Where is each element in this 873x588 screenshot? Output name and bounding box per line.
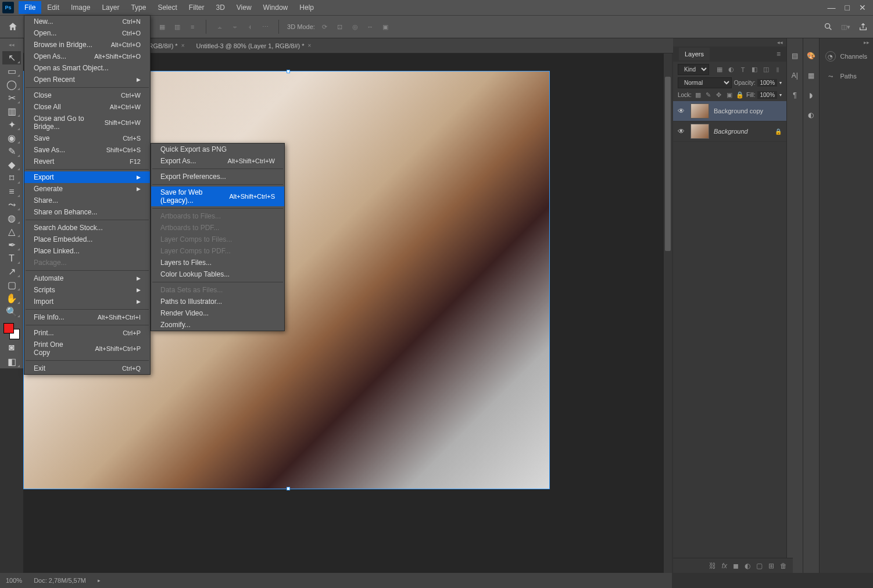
zoom-level[interactable]: 100% — [6, 577, 22, 584]
menu-item-export[interactable]: Export▶ — [24, 171, 150, 183]
menu-item-print[interactable]: Print...Ctrl+P — [24, 327, 150, 339]
collapse-icon[interactable]: ◂◂ — [9, 42, 15, 48]
tool-9[interactable]: ⌑ — [2, 171, 21, 185]
distribute-icon[interactable]: ≡ — [187, 21, 198, 32]
menu-layer[interactable]: Layer — [96, 1, 125, 14]
menu-item-close-and-go-to-bridge[interactable]: Close and Go to Bridge...Shift+Ctrl+W — [24, 113, 150, 132]
menu-item-import[interactable]: Import▶ — [24, 296, 150, 307]
menu-item-close-all[interactable]: Close AllAlt+Ctrl+W — [24, 101, 150, 113]
lock-artboard-icon[interactable]: ▣ — [725, 91, 734, 99]
transform-handle-top[interactable] — [287, 70, 290, 73]
menu-item-save-for-web-legacy[interactable]: Save for Web (Legacy)...Alt+Shift+Ctrl+S — [151, 187, 284, 206]
layer-name[interactable]: Background copy — [714, 107, 763, 114]
menu-item-zoomify[interactable]: Zoomify... — [151, 319, 284, 331]
menu-item-open-as[interactable]: Open As...Alt+Shift+Ctrl+O — [24, 51, 150, 62]
tool-3[interactable]: ✂ — [2, 91, 21, 105]
visibility-icon[interactable]: 👁 — [678, 107, 686, 115]
lock-all-icon[interactable]: 🔒 — [736, 91, 744, 99]
3d-slide-icon[interactable]: ↔ — [365, 21, 375, 32]
menu-image[interactable]: Image — [65, 1, 96, 14]
menu-item-new[interactable]: New...Ctrl+N — [24, 16, 150, 27]
filter-toggle-icon[interactable]: ▮ — [774, 66, 782, 74]
tool-5[interactable]: ✦ — [2, 118, 21, 131]
close-button[interactable]: ✕ — [859, 3, 866, 12]
tool-10[interactable]: ≡ — [2, 185, 21, 198]
document-tab[interactable]: Untitled-3 @ 80% (Layer 1, RGB/8#) *× — [191, 40, 317, 52]
scrollbar-thumb[interactable] — [665, 77, 671, 251]
menu-item-place-linked[interactable]: Place Linked... — [24, 245, 150, 257]
lock-transparency-icon[interactable]: ▩ — [694, 91, 702, 99]
status-arrow-icon[interactable]: ▸ — [98, 578, 101, 583]
menu-item-color-lookup-tables[interactable]: Color Lookup Tables... — [151, 268, 284, 280]
opacity-value[interactable]: 100% — [757, 79, 777, 87]
menu-item-print-one-copy[interactable]: Print One CopyAlt+Shift+Ctrl+P — [24, 339, 150, 358]
share-icon[interactable] — [858, 21, 868, 32]
tool-6[interactable]: ◉ — [2, 131, 21, 145]
layer-row[interactable]: 👁Background copy — [673, 101, 786, 121]
close-tab-icon[interactable]: × — [308, 42, 312, 49]
menu-item-export-as[interactable]: Export As...Alt+Shift+Ctrl+W — [151, 155, 284, 167]
align-right-icon[interactable]: ▥ — [172, 21, 183, 32]
menu-item-generate[interactable]: Generate▶ — [24, 183, 150, 195]
filter-shape-icon[interactable]: ◧ — [750, 66, 758, 74]
fill-dropdown-icon[interactable]: ▾ — [779, 92, 782, 98]
menu-help[interactable]: Help — [294, 1, 320, 14]
tool-2[interactable]: ◯ — [2, 78, 21, 91]
paths-button[interactable]: ⤳ Paths — [820, 66, 873, 86]
tool-14[interactable]: ✒ — [2, 238, 21, 252]
menu-filter[interactable]: Filter — [183, 1, 210, 14]
menu-item-browse-in-bridge[interactable]: Browse in Bridge...Alt+Ctrl+O — [24, 39, 150, 51]
menu-item-layers-to-files[interactable]: Layers to Files... — [151, 257, 284, 268]
channels-button[interactable]: ◔ Channels — [820, 46, 873, 66]
transform-handle-bottom[interactable] — [287, 487, 290, 490]
adjustments-icon[interactable]: ◗ — [805, 89, 817, 101]
menu-item-open-as-smart-object[interactable]: Open as Smart Object... — [24, 62, 150, 74]
filter-adjust-icon[interactable]: ◐ — [727, 66, 735, 74]
tool-0[interactable]: ↖ — [2, 51, 21, 64]
color-swatch[interactable] — [3, 323, 20, 339]
menu-select[interactable]: Select — [152, 1, 183, 14]
lock-position-icon[interactable]: ✥ — [715, 91, 723, 99]
tool-11[interactable]: ⤳ — [2, 198, 21, 211]
tool-12[interactable]: ◍ — [2, 211, 21, 225]
adjustment-layer-icon[interactable]: ◐ — [745, 562, 750, 570]
tool-13[interactable]: △ — [2, 225, 21, 238]
menu-item-render-video[interactable]: Render Video... — [151, 307, 284, 319]
quick-mask-icon[interactable]: ◙ — [2, 340, 21, 354]
tool-17[interactable]: ▢ — [2, 278, 21, 292]
menu-edit[interactable]: Edit — [41, 1, 65, 14]
layer-mask-icon[interactable]: ◼ — [733, 562, 739, 570]
menu-item-save[interactable]: SaveCtrl+S — [24, 132, 150, 144]
close-tab-icon[interactable]: × — [181, 42, 185, 49]
screen-mode-icon[interactable]: ◧ — [2, 355, 21, 368]
menu-item-open[interactable]: Open...Ctrl+O — [24, 27, 150, 39]
menu-item-search-adobe-stock[interactable]: Search Adobe Stock... — [24, 222, 150, 234]
dock-collapse-icon[interactable]: ◂◂ — [673, 38, 786, 46]
menu-item-close[interactable]: CloseCtrl+W — [24, 89, 150, 101]
menu-3d[interactable]: 3D — [210, 1, 230, 14]
tool-4[interactable]: ▥ — [2, 105, 21, 118]
vertical-scrollbar[interactable] — [664, 53, 672, 573]
more-align-icon[interactable]: ⋯ — [260, 21, 270, 32]
menu-type[interactable]: Type — [125, 1, 152, 14]
home-button[interactable] — [5, 19, 21, 35]
layers-tab[interactable]: Layers — [679, 48, 710, 60]
menu-view[interactable]: View — [231, 1, 257, 14]
tool-1[interactable]: ▭ — [2, 64, 21, 78]
layer-name[interactable]: Background — [714, 128, 748, 135]
3d-camera-icon[interactable]: ▣ — [380, 21, 391, 32]
menu-file[interactable]: File — [19, 1, 41, 14]
menu-item-revert[interactable]: RevertF12 — [24, 156, 150, 167]
3d-pan-icon[interactable]: ⊡ — [335, 21, 345, 32]
menu-item-share-on-behance[interactable]: Share on Behance... — [24, 206, 150, 218]
3d-roll-icon[interactable]: ◎ — [350, 21, 360, 32]
filter-pixel-icon[interactable]: ▦ — [715, 66, 724, 74]
tool-7[interactable]: ✎ — [2, 145, 21, 158]
menu-item-exit[interactable]: ExitCtrl+Q — [24, 363, 150, 374]
filter-smart-icon[interactable]: ◫ — [762, 66, 770, 74]
link-layers-icon[interactable]: ⛓ — [709, 562, 716, 570]
menu-item-automate[interactable]: Automate▶ — [24, 273, 150, 284]
layer-thumbnail[interactable] — [690, 124, 709, 139]
layer-fx-icon[interactable]: fx — [722, 562, 727, 570]
blend-mode-select[interactable]: Normal — [678, 77, 732, 88]
